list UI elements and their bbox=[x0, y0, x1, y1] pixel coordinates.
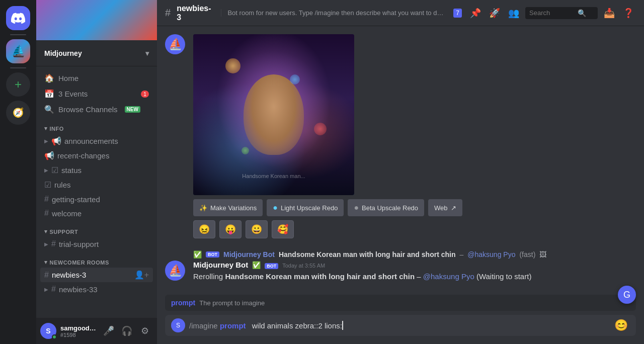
beta-upscale-label: Beta Upscale Redo bbox=[362, 204, 418, 212]
orb-2 bbox=[290, 74, 300, 84]
channel-icon: 📢 bbox=[51, 136, 61, 146]
light-upscale-label: Light Upscale Redo bbox=[281, 204, 338, 212]
events-badge: 1 bbox=[141, 91, 149, 98]
make-variations-button[interactable]: ✨ Make Variations bbox=[193, 199, 263, 216]
inbox-icon[interactable]: 📥 bbox=[602, 6, 617, 21]
mute-button[interactable]: 🎤 bbox=[101, 323, 117, 339]
channel-status[interactable]: ▶ ☑ status bbox=[40, 163, 153, 178]
reroll-status: (Waiting to start) bbox=[476, 272, 531, 281]
expand-icon: ▶ bbox=[44, 138, 48, 144]
server-separator bbox=[10, 34, 26, 35]
discord-home-button[interactable] bbox=[6, 6, 30, 30]
discover-button[interactable]: 🧭 bbox=[6, 101, 30, 125]
action-buttons: ✨ Make Variations ● Light Upscale Redo ●… bbox=[193, 199, 636, 216]
channel-announcements[interactable]: ▶ 📢 announcements bbox=[40, 134, 153, 148]
sidebar-item-home[interactable]: 🏠 Home bbox=[40, 70, 153, 86]
orb-1 bbox=[225, 58, 240, 73]
light-upscale-emoji: ● bbox=[273, 203, 278, 212]
member-count: 7 bbox=[453, 9, 462, 18]
generated-image[interactable]: Handsome Korean man... bbox=[193, 34, 354, 195]
reroll-mention[interactable]: @haksung Pyo bbox=[423, 272, 474, 281]
members-icon[interactable]: 7 bbox=[451, 7, 464, 19]
section-info[interactable]: ▾ INFO bbox=[40, 117, 153, 134]
mention-link[interactable]: @haksung Pyo bbox=[467, 250, 515, 259]
external-link-icon: ↗ bbox=[451, 204, 456, 212]
channel-name: newbies-3 bbox=[177, 4, 213, 22]
reaction-love[interactable]: 🥰 bbox=[272, 220, 294, 238]
msg-text-reroll: Rerolling Handsome Korean man with long … bbox=[193, 271, 636, 282]
channel-header: # newbies-3 Bot room for new users. Type… bbox=[157, 0, 644, 26]
sidebar-nav: 🏠 Home 📅 3 Events 1 🔍 Browse Channels NE… bbox=[36, 66, 157, 318]
web-button[interactable]: Web ↗ bbox=[428, 199, 462, 216]
search-input[interactable] bbox=[529, 9, 575, 17]
server-header[interactable]: Midjourney ▾ bbox=[36, 40, 157, 66]
verified-icon-2: ✅ bbox=[252, 261, 261, 269]
browse-new-badge: NEW bbox=[125, 106, 140, 113]
prompt-hint: prompt The prompt to imagine bbox=[165, 295, 636, 311]
message-group-image: ⛵ Handsome Korean man... bbox=[165, 34, 636, 242]
reaction-tongue[interactable]: 😛 bbox=[219, 220, 242, 238]
hash-icon: # bbox=[44, 209, 49, 218]
server-banner bbox=[36, 0, 157, 40]
server-rail: ⛵ + 🧭 bbox=[0, 0, 36, 344]
browse-icon: 🔍 bbox=[44, 105, 54, 114]
sidebar-item-browse-label: Browse Channels bbox=[58, 105, 118, 114]
emoji-reactions: 😖 😛 😀 🥰 bbox=[193, 220, 636, 238]
messages-area: ⛵ Handsome Korean man... bbox=[157, 26, 644, 295]
events-icon: 📅 bbox=[44, 89, 54, 99]
server-separator-2 bbox=[10, 67, 26, 68]
channel-recent-changes[interactable]: 📢 recent-changes bbox=[40, 148, 153, 163]
channel-welcome[interactable]: # welcome bbox=[40, 206, 153, 220]
emoji-picker-button[interactable]: 😊 bbox=[612, 317, 630, 334]
channel-label: getting-started bbox=[52, 195, 100, 204]
reaction-grin[interactable]: 😀 bbox=[246, 220, 268, 238]
hash-icon: # bbox=[44, 271, 49, 280]
add-server-button[interactable]: + bbox=[6, 72, 30, 97]
search-bar[interactable]: 🔍 bbox=[525, 7, 598, 19]
help-icon[interactable]: ❓ bbox=[621, 6, 636, 21]
input-label-prompt: prompt bbox=[220, 321, 246, 330]
add-friend-icon[interactable]: 👥 bbox=[506, 6, 521, 21]
sidebar-item-browse[interactable]: 🔍 Browse Channels NEW bbox=[40, 102, 153, 117]
user-avatar: S bbox=[40, 323, 56, 339]
light-upscale-redo-button[interactable]: ● Light Upscale Redo bbox=[267, 199, 344, 216]
channel-getting-started[interactable]: # getting-started bbox=[40, 192, 153, 206]
user-tag: #1598 bbox=[60, 332, 97, 338]
input-value[interactable]: wild animals zebra::2 lions: bbox=[252, 321, 342, 330]
orb-4 bbox=[242, 147, 249, 154]
channel-label: trial-support bbox=[59, 240, 99, 248]
sidebar-item-events[interactable]: 📅 3 Events 1 bbox=[40, 86, 153, 102]
channel-newbies-33[interactable]: ▶ # newbies-33 bbox=[40, 282, 153, 296]
reroll-bold-text: Handsome Korean man with long hair and s… bbox=[225, 272, 415, 281]
pin-icon[interactable]: 📌 bbox=[468, 6, 483, 21]
beta-upscale-redo-button[interactable]: ● Beta Upscale Redo bbox=[348, 199, 424, 216]
prompt-hint-text: The prompt to imagine bbox=[199, 299, 265, 307]
channel-label: status bbox=[61, 166, 82, 175]
channel-trial-support[interactable]: ▶ # trial-support bbox=[40, 237, 153, 251]
settings-button[interactable]: ⚙ bbox=[137, 323, 153, 339]
orb-3 bbox=[314, 123, 327, 135]
channel-icon: ☑ bbox=[44, 180, 51, 190]
scroll-to-bottom-button[interactable]: G bbox=[618, 286, 636, 295]
channel-rules[interactable]: ☑ rules bbox=[40, 178, 153, 192]
section-support[interactable]: ▾ SUPPORT bbox=[40, 220, 153, 237]
channel-label: announcements bbox=[64, 137, 118, 145]
bot-name-link[interactable]: Midjourney Bot bbox=[223, 250, 275, 259]
reaction-tired[interactable]: 😖 bbox=[193, 220, 215, 238]
speed-text: (fast) bbox=[519, 250, 535, 259]
input-text-content[interactable]: /imagine prompt wild animals zebra::2 li… bbox=[189, 315, 608, 336]
midjourney-server-icon[interactable]: ⛵ bbox=[6, 39, 30, 63]
bot-author-name: Midjourney Bot bbox=[193, 261, 248, 269]
section-newcomer[interactable]: ▾ NEWCOMER ROOMS bbox=[40, 251, 153, 268]
msg-time: Today at 3:55 AM bbox=[282, 263, 325, 269]
channel-label: rules bbox=[54, 181, 71, 189]
hash-icon: # bbox=[44, 195, 49, 204]
boost-icon[interactable]: 🚀 bbox=[487, 6, 502, 21]
bot-avatar-reroll: ⛵ bbox=[165, 261, 185, 281]
expand-icon: ▶ bbox=[44, 167, 48, 173]
beta-upscale-emoji: ● bbox=[354, 203, 359, 212]
channel-newbies-3[interactable]: # newbies-3 👤+ bbox=[40, 268, 153, 282]
deafen-button[interactable]: 🎧 bbox=[119, 323, 135, 339]
home-icon: 🏠 bbox=[44, 73, 54, 83]
hash-icon: # bbox=[51, 239, 56, 248]
